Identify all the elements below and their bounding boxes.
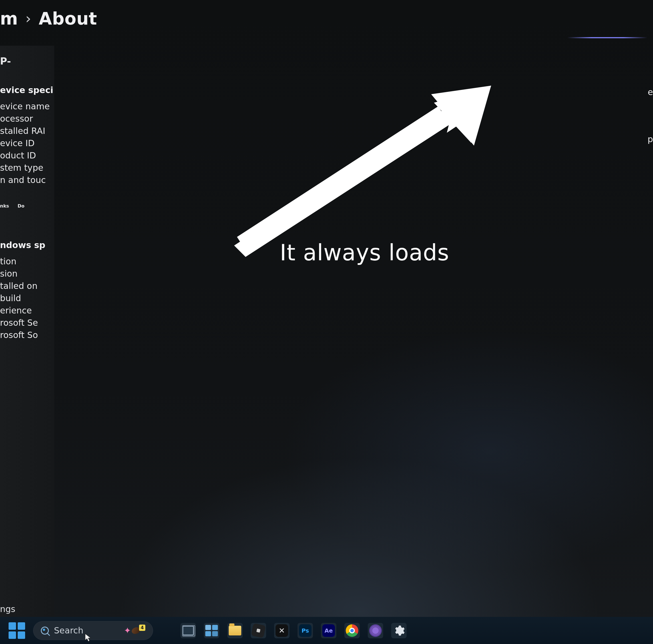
start-button[interactable] — [8, 622, 25, 639]
mouse-pointer-icon — [85, 634, 91, 642]
widgets-icon — [205, 625, 218, 636]
breadcrumb-current: About — [39, 8, 97, 28]
annotation-text: It always loads — [280, 240, 449, 266]
cropped-text-footer: ngs — [0, 604, 16, 614]
windows-specifications-heading: ndows sp — [0, 209, 54, 255]
label-processor: ocessor — [0, 113, 54, 125]
taskbar-search[interactable]: Search ✦ 4 — [33, 621, 153, 640]
device-name-value: P- — [0, 54, 54, 68]
task-view-icon — [183, 626, 194, 636]
search-icon — [41, 626, 49, 635]
file-explorer-button[interactable] — [227, 623, 243, 638]
search-highlight: ✦ 4 — [124, 625, 145, 636]
capcut-button[interactable]: ✕ — [274, 623, 290, 638]
label-ms-services-2: rosoft So — [0, 329, 54, 341]
roblox-icon — [251, 623, 266, 638]
label-device-name: evice name — [0, 100, 54, 113]
label-product-id: oduct ID — [0, 149, 54, 162]
breadcrumb-parent[interactable]: m — [0, 8, 18, 28]
photoshop-button[interactable]: Ps — [297, 623, 313, 638]
loading-progress-bar — [567, 37, 647, 38]
label-experience: erience — [0, 304, 54, 317]
label-system-type: stem type — [0, 162, 54, 174]
label-installed-on: talled on — [0, 280, 54, 292]
settings-about-panel-cropped: P- evice speci evice name ocessor stalle… — [0, 46, 54, 618]
device-specifications-heading: evice speci — [0, 68, 54, 100]
desktop-surface — [0, 0, 653, 644]
roblox-button[interactable] — [251, 623, 266, 638]
widgets-button[interactable] — [204, 623, 219, 638]
start-icon — [8, 622, 16, 630]
chrome-icon — [346, 624, 358, 637]
related-links-row: nks Do — [0, 203, 54, 209]
label-pen-and-touch: n and touc — [0, 174, 54, 186]
taskbar: Search ✦ 4 ✕ Ps Ae — [0, 617, 653, 644]
after-effects-button[interactable]: Ae — [321, 623, 336, 638]
breadcrumb: m › About — [0, 8, 97, 28]
task-view-button[interactable] — [180, 623, 196, 638]
chevron-right-icon: › — [25, 10, 31, 27]
chrome-button[interactable] — [344, 623, 360, 638]
photoshop-icon: Ps — [299, 624, 312, 637]
label-installed-ram: stalled RAI — [0, 125, 54, 137]
cropped-text-right-2: p — [648, 134, 653, 144]
label-ms-services-1: rosoft Se — [0, 317, 54, 329]
sparkle-icon: ✦ — [124, 625, 131, 636]
link-domain[interactable]: Do — [18, 203, 25, 209]
settings-button[interactable] — [391, 623, 407, 638]
cropped-text-right-1: e — [648, 87, 653, 97]
label-edition: tion — [0, 255, 54, 268]
tor-browser-button[interactable] — [368, 623, 383, 638]
notification-badge: 4 — [139, 625, 145, 631]
related-links-label: nks — [0, 203, 9, 209]
label-device-id: evice ID — [0, 137, 54, 149]
gear-icon — [393, 625, 405, 637]
capcut-icon: ✕ — [275, 624, 288, 637]
label-os-build: build — [0, 292, 54, 304]
label-version: sion — [0, 268, 54, 280]
after-effects-icon: Ae — [322, 624, 335, 637]
tor-browser-icon — [369, 624, 382, 637]
search-placeholder: Search — [54, 625, 83, 636]
folder-icon — [229, 626, 241, 636]
